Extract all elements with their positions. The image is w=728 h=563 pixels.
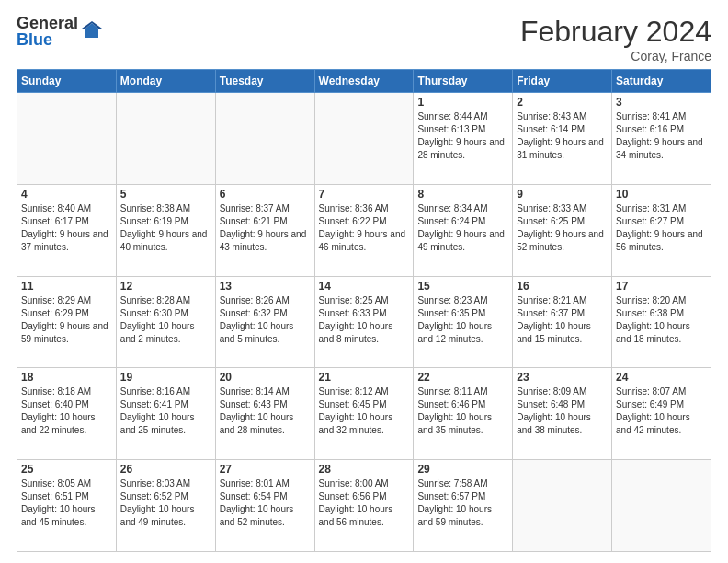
calendar-cell: 29Sunrise: 7:58 AMSunset: 6:57 PMDayligh… <box>414 460 513 552</box>
day-number: 23 <box>517 371 608 384</box>
col-wednesday: Wednesday <box>314 70 414 93</box>
day-number: 16 <box>517 280 608 293</box>
day-info: Sunrise: 8:29 AMSunset: 6:29 PMDaylight:… <box>21 294 112 346</box>
day-number: 27 <box>220 463 311 476</box>
day-number: 29 <box>417 463 508 476</box>
calendar-cell <box>612 460 711 552</box>
day-number: 2 <box>517 96 608 109</box>
day-info: Sunrise: 8:23 AMSunset: 6:35 PMDaylight:… <box>417 294 508 346</box>
day-info: Sunrise: 8:28 AMSunset: 6:30 PMDaylight:… <box>120 294 211 346</box>
day-number: 17 <box>616 280 707 293</box>
day-number: 10 <box>616 188 707 201</box>
calendar-cell: 9Sunrise: 8:33 AMSunset: 6:25 PMDaylight… <box>513 184 612 276</box>
day-number: 9 <box>517 188 608 201</box>
calendar-cell: 15Sunrise: 8:23 AMSunset: 6:35 PMDayligh… <box>414 276 513 368</box>
calendar-cell: 13Sunrise: 8:26 AMSunset: 6:32 PMDayligh… <box>215 276 314 368</box>
calendar-cell: 27Sunrise: 8:01 AMSunset: 6:54 PMDayligh… <box>215 460 314 552</box>
logo-general: General <box>17 15 78 31</box>
calendar-cell: 18Sunrise: 8:18 AMSunset: 6:40 PMDayligh… <box>17 368 117 460</box>
calendar-cell: 1Sunrise: 8:44 AMSunset: 6:13 PMDaylight… <box>414 93 513 185</box>
calendar-cell: 5Sunrise: 8:38 AMSunset: 6:19 PMDaylight… <box>116 184 215 276</box>
day-number: 28 <box>319 463 410 476</box>
calendar-cell <box>513 460 612 552</box>
calendar-cell: 28Sunrise: 8:00 AMSunset: 6:56 PMDayligh… <box>314 460 414 552</box>
day-number: 5 <box>120 188 211 201</box>
day-info: Sunrise: 8:12 AMSunset: 6:45 PMDaylight:… <box>319 385 410 437</box>
logo-text: General Blue <box>17 15 78 48</box>
day-number: 7 <box>319 188 410 201</box>
day-info: Sunrise: 8:38 AMSunset: 6:19 PMDaylight:… <box>120 202 211 254</box>
calendar-cell: 21Sunrise: 8:12 AMSunset: 6:45 PMDayligh… <box>314 368 414 460</box>
calendar-week-3: 18Sunrise: 8:18 AMSunset: 6:40 PMDayligh… <box>17 368 711 460</box>
calendar-header-row: Sunday Monday Tuesday Wednesday Thursday… <box>17 70 711 93</box>
calendar-table: Sunday Monday Tuesday Wednesday Thursday… <box>17 69 711 552</box>
calendar-cell: 7Sunrise: 8:36 AMSunset: 6:22 PMDaylight… <box>314 184 414 276</box>
day-info: Sunrise: 8:36 AMSunset: 6:22 PMDaylight:… <box>319 202 410 254</box>
day-number: 20 <box>220 371 311 384</box>
day-info: Sunrise: 8:20 AMSunset: 6:38 PMDaylight:… <box>616 294 707 346</box>
day-info: Sunrise: 8:41 AMSunset: 6:16 PMDaylight:… <box>616 110 707 162</box>
day-info: Sunrise: 8:34 AMSunset: 6:24 PMDaylight:… <box>417 202 508 254</box>
calendar-cell: 12Sunrise: 8:28 AMSunset: 6:30 PMDayligh… <box>116 276 215 368</box>
calendar-cell: 19Sunrise: 8:16 AMSunset: 6:41 PMDayligh… <box>116 368 215 460</box>
calendar-week-2: 11Sunrise: 8:29 AMSunset: 6:29 PMDayligh… <box>17 276 711 368</box>
calendar-cell: 10Sunrise: 8:31 AMSunset: 6:27 PMDayligh… <box>612 184 711 276</box>
calendar-cell <box>17 93 117 185</box>
day-number: 4 <box>21 188 112 201</box>
day-info: Sunrise: 8:16 AMSunset: 6:41 PMDaylight:… <box>120 385 211 437</box>
day-number: 8 <box>417 188 508 201</box>
day-number: 15 <box>417 280 508 293</box>
logo-icon <box>82 21 102 41</box>
calendar-cell: 3Sunrise: 8:41 AMSunset: 6:16 PMDaylight… <box>612 93 711 185</box>
day-info: Sunrise: 8:40 AMSunset: 6:17 PMDaylight:… <box>21 202 112 254</box>
day-info: Sunrise: 8:21 AMSunset: 6:37 PMDaylight:… <box>517 294 608 346</box>
day-info: Sunrise: 7:58 AMSunset: 6:57 PMDaylight:… <box>417 477 508 529</box>
calendar-cell <box>116 93 215 185</box>
day-info: Sunrise: 8:33 AMSunset: 6:25 PMDaylight:… <box>517 202 608 254</box>
logo-blue: Blue <box>17 31 78 48</box>
calendar-cell: 14Sunrise: 8:25 AMSunset: 6:33 PMDayligh… <box>314 276 414 368</box>
header: General Blue February 2024 Coray, France <box>17 15 711 63</box>
calendar-cell: 17Sunrise: 8:20 AMSunset: 6:38 PMDayligh… <box>612 276 711 368</box>
calendar-cell: 4Sunrise: 8:40 AMSunset: 6:17 PMDaylight… <box>17 184 117 276</box>
day-info: Sunrise: 8:03 AMSunset: 6:52 PMDaylight:… <box>120 477 211 529</box>
day-info: Sunrise: 8:11 AMSunset: 6:46 PMDaylight:… <box>417 385 508 437</box>
calendar-cell: 22Sunrise: 8:11 AMSunset: 6:46 PMDayligh… <box>414 368 513 460</box>
day-number: 3 <box>616 96 707 109</box>
calendar-cell: 23Sunrise: 8:09 AMSunset: 6:48 PMDayligh… <box>513 368 612 460</box>
day-info: Sunrise: 8:00 AMSunset: 6:56 PMDaylight:… <box>319 477 410 529</box>
day-number: 26 <box>120 463 211 476</box>
day-number: 18 <box>21 371 112 384</box>
day-number: 19 <box>120 371 211 384</box>
col-sunday: Sunday <box>17 70 117 93</box>
col-tuesday: Tuesday <box>215 70 314 93</box>
day-info: Sunrise: 8:25 AMSunset: 6:33 PMDaylight:… <box>319 294 410 346</box>
col-thursday: Thursday <box>414 70 513 93</box>
day-number: 14 <box>319 280 410 293</box>
day-number: 11 <box>21 280 112 293</box>
day-number: 25 <box>21 463 112 476</box>
page: General Blue February 2024 Coray, France… <box>0 0 728 563</box>
col-friday: Friday <box>513 70 612 93</box>
calendar-cell <box>215 93 314 185</box>
day-info: Sunrise: 8:14 AMSunset: 6:43 PMDaylight:… <box>220 385 311 437</box>
day-number: 13 <box>220 280 311 293</box>
day-info: Sunrise: 8:31 AMSunset: 6:27 PMDaylight:… <box>616 202 707 254</box>
day-number: 6 <box>220 188 311 201</box>
calendar-cell: 25Sunrise: 8:05 AMSunset: 6:51 PMDayligh… <box>17 460 117 552</box>
day-info: Sunrise: 8:37 AMSunset: 6:21 PMDaylight:… <box>220 202 311 254</box>
logo: General Blue <box>17 15 102 48</box>
day-number: 22 <box>417 371 508 384</box>
day-info: Sunrise: 8:09 AMSunset: 6:48 PMDaylight:… <box>517 385 608 437</box>
day-number: 1 <box>417 96 508 109</box>
calendar-cell: 20Sunrise: 8:14 AMSunset: 6:43 PMDayligh… <box>215 368 314 460</box>
calendar-cell: 16Sunrise: 8:21 AMSunset: 6:37 PMDayligh… <box>513 276 612 368</box>
day-number: 21 <box>319 371 410 384</box>
calendar-week-4: 25Sunrise: 8:05 AMSunset: 6:51 PMDayligh… <box>17 460 711 552</box>
day-number: 12 <box>120 280 211 293</box>
calendar-week-0: 1Sunrise: 8:44 AMSunset: 6:13 PMDaylight… <box>17 93 711 185</box>
day-info: Sunrise: 8:18 AMSunset: 6:40 PMDaylight:… <box>21 385 112 437</box>
calendar-week-1: 4Sunrise: 8:40 AMSunset: 6:17 PMDaylight… <box>17 184 711 276</box>
day-info: Sunrise: 8:43 AMSunset: 6:14 PMDaylight:… <box>517 110 608 162</box>
day-info: Sunrise: 8:05 AMSunset: 6:51 PMDaylight:… <box>21 477 112 529</box>
